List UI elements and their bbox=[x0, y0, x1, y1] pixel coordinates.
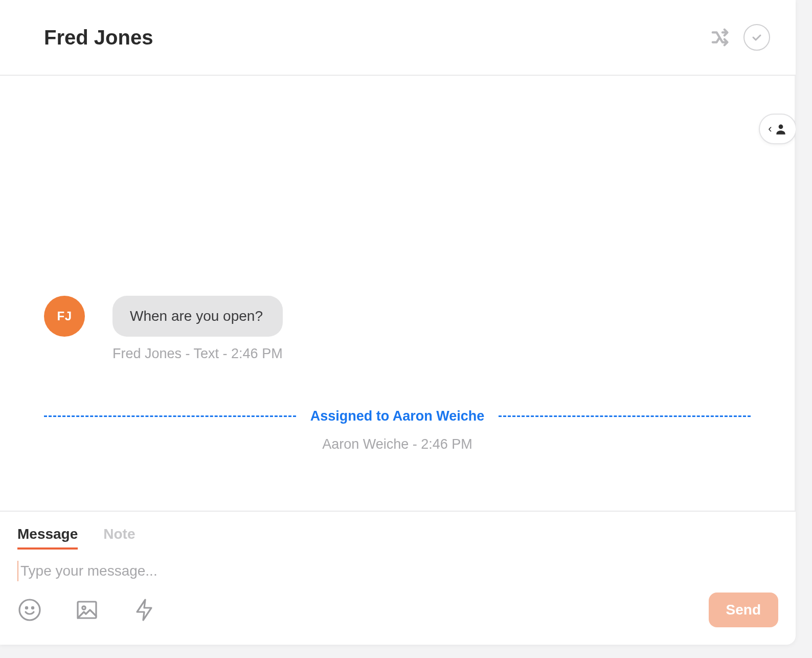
tab-note[interactable]: Note bbox=[103, 526, 135, 550]
composer: Message Note bbox=[0, 511, 796, 645]
message-input[interactable] bbox=[20, 563, 778, 579]
svg-point-2 bbox=[26, 607, 27, 608]
incoming-message: FJ When are you open? Fred Jones - Text … bbox=[44, 296, 283, 362]
contact-drawer-toggle[interactable]: ‹ bbox=[759, 114, 796, 144]
image-icon[interactable] bbox=[75, 598, 99, 622]
conversation-body: FJ When are you open? Fred Jones - Text … bbox=[0, 76, 796, 511]
message-bubble: When are you open? bbox=[112, 296, 283, 337]
assignment-meta: Aaron Weiche - 2:46 PM bbox=[44, 436, 751, 452]
svg-point-1 bbox=[19, 600, 40, 620]
header-actions bbox=[710, 24, 770, 51]
message-input-wrap bbox=[17, 561, 778, 581]
shuffle-icon[interactable] bbox=[710, 26, 733, 49]
message-column: When are you open? Fred Jones - Text - 2… bbox=[112, 296, 283, 362]
conversation-header: Fred Jones bbox=[0, 0, 796, 76]
composer-icons bbox=[17, 598, 156, 622]
contact-name: Fred Jones bbox=[44, 26, 153, 49]
conversation-panel: Fred Jones FJ When are bbox=[0, 0, 796, 645]
send-button[interactable]: Send bbox=[709, 593, 778, 627]
assignment-divider: Assigned to Aaron Weiche Aaron Weiche - … bbox=[44, 408, 751, 452]
text-cursor bbox=[17, 561, 18, 581]
avatar: FJ bbox=[44, 296, 85, 337]
tab-message[interactable]: Message bbox=[17, 526, 78, 550]
emoji-icon[interactable] bbox=[17, 598, 42, 622]
chevron-left-icon: ‹ bbox=[768, 122, 772, 136]
mark-done-button[interactable] bbox=[743, 24, 770, 51]
assignment-line: Assigned to Aaron Weiche bbox=[44, 408, 751, 424]
svg-point-3 bbox=[32, 607, 33, 608]
assignment-text: Assigned to Aaron Weiche bbox=[310, 408, 485, 424]
svg-point-5 bbox=[82, 606, 85, 609]
svg-marker-6 bbox=[137, 600, 151, 620]
svg-point-0 bbox=[778, 124, 783, 129]
person-icon bbox=[774, 122, 787, 136]
composer-tabs: Message Note bbox=[17, 526, 778, 550]
message-meta: Fred Jones - Text - 2:46 PM bbox=[112, 346, 283, 362]
composer-bottom: Send bbox=[17, 593, 778, 627]
lightning-icon[interactable] bbox=[132, 598, 156, 622]
